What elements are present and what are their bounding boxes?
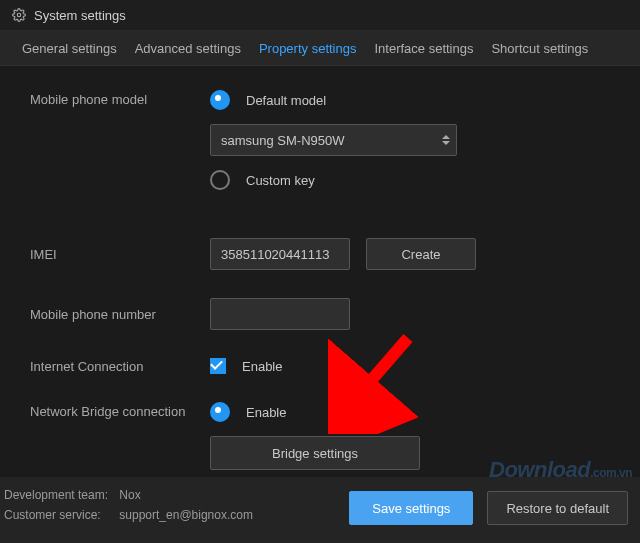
phone-model-label: Mobile phone model xyxy=(30,90,210,107)
custom-key-option[interactable]: Custom key xyxy=(210,170,457,190)
row-internet-connection: Internet Connection Enable xyxy=(30,358,610,374)
footer-buttons: Save settings Restore to default xyxy=(349,485,628,543)
dev-team-label: Development team: xyxy=(4,485,116,505)
tab-general[interactable]: General settings xyxy=(22,41,117,56)
bridge-enable-label: Enable xyxy=(246,405,286,420)
phone-number-input[interactable] xyxy=(210,298,350,330)
row-phone-number: Mobile phone number xyxy=(30,298,610,330)
customer-service-label: Customer service: xyxy=(4,505,116,525)
row-phone-model: Mobile phone model Default model samsung… xyxy=(30,90,610,190)
tab-advanced[interactable]: Advanced settings xyxy=(135,41,241,56)
checkbox-internet-enable[interactable] xyxy=(210,358,226,374)
tab-bar: General settings Advanced settings Prope… xyxy=(0,31,640,66)
radio-default-model[interactable] xyxy=(210,90,230,110)
customer-service-link[interactable]: support_en@bignox.com xyxy=(119,508,253,522)
phone-model-select[interactable]: samsung SM-N950W xyxy=(210,124,457,156)
footer: Development team: Nox Customer service: … xyxy=(0,477,640,543)
bridge-settings-button[interactable]: Bridge settings xyxy=(210,436,420,470)
svg-point-0 xyxy=(17,13,21,17)
imei-label: IMEI xyxy=(30,247,210,262)
phone-model-select-value: samsung SM-N950W xyxy=(221,133,345,148)
select-stepper-icon xyxy=(442,135,450,145)
footer-info: Development team: Nox Customer service: … xyxy=(4,485,253,543)
internet-enable-label: Enable xyxy=(242,359,282,374)
tab-property[interactable]: Property settings xyxy=(259,41,357,56)
dev-team-value: Nox xyxy=(119,488,140,502)
radio-custom-key[interactable] xyxy=(210,170,230,190)
window-title: System settings xyxy=(34,8,126,23)
content: Mobile phone model Default model samsung… xyxy=(0,66,640,510)
gear-icon xyxy=(12,8,26,22)
title-bar: System settings xyxy=(0,0,640,31)
restore-default-button[interactable]: Restore to default xyxy=(487,491,628,525)
network-bridge-label: Network Bridge connection xyxy=(30,402,210,419)
default-model-option[interactable]: Default model xyxy=(210,90,457,110)
tab-shortcut[interactable]: Shortcut settings xyxy=(491,41,588,56)
phone-number-label: Mobile phone number xyxy=(30,307,210,322)
tab-interface[interactable]: Interface settings xyxy=(374,41,473,56)
internet-connection-label: Internet Connection xyxy=(30,359,210,374)
radio-bridge-enable[interactable] xyxy=(210,402,230,422)
create-button[interactable]: Create xyxy=(366,238,476,270)
default-model-option-label: Default model xyxy=(246,93,326,108)
row-imei: IMEI Create xyxy=(30,238,610,270)
imei-input[interactable] xyxy=(210,238,350,270)
custom-key-option-label: Custom key xyxy=(246,173,315,188)
internet-enable-option[interactable]: Enable xyxy=(210,358,282,374)
save-settings-button[interactable]: Save settings xyxy=(349,491,473,525)
bridge-enable-option[interactable]: Enable xyxy=(210,402,420,422)
